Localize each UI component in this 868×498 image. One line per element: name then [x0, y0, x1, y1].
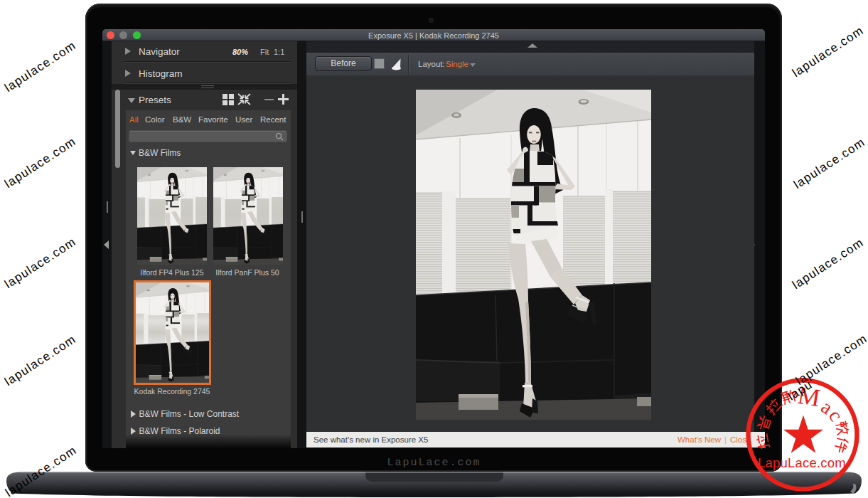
svg-text:LapuLace.com: LapuLace.com	[758, 455, 846, 470]
